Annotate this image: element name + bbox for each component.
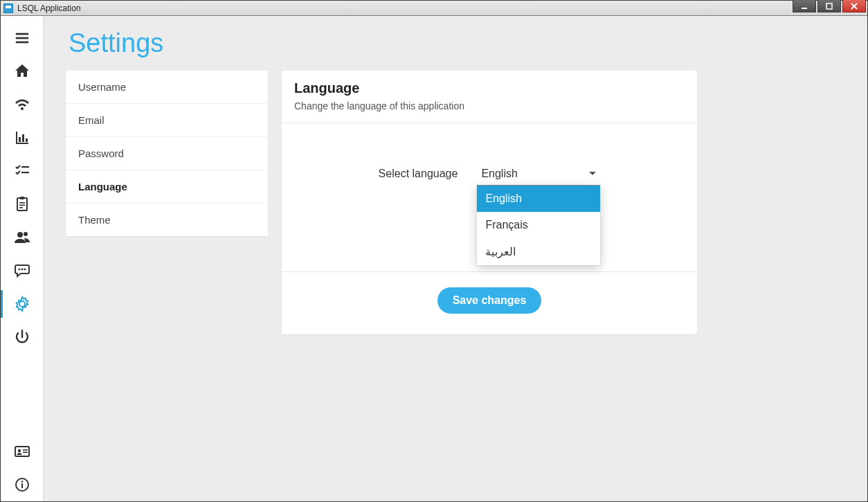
language-form-row: Select language English English Français… [294, 123, 685, 213]
svg-point-29 [21, 481, 23, 483]
users-icon [14, 229, 30, 246]
app-body: Settings Username Email Password Languag… [1, 16, 867, 501]
svg-rect-25 [23, 449, 28, 451]
settings-nav-theme[interactable]: Theme [66, 204, 268, 236]
svg-point-22 [24, 269, 26, 271]
svg-rect-4 [15, 42, 28, 44]
info-icon [14, 476, 30, 493]
app-icon [3, 3, 13, 13]
sidebar [1, 16, 44, 501]
clipboard-icon [14, 196, 30, 213]
settings-nav: Username Email Password Language Theme [66, 71, 268, 236]
svg-rect-3 [15, 37, 28, 39]
svg-rect-13 [17, 198, 27, 210]
wifi-icon [14, 96, 30, 113]
svg-rect-28 [21, 483, 23, 488]
save-button[interactable]: Save changes [437, 287, 542, 314]
gear-icon [14, 296, 30, 312]
sidebar-item-home[interactable] [1, 55, 44, 88]
svg-rect-6 [16, 132, 17, 144]
sidebar-item-wifi[interactable] [1, 88, 44, 121]
sidebar-item-clipboard[interactable] [1, 188, 44, 221]
svg-rect-0 [802, 8, 807, 9]
chevron-down-icon [589, 172, 596, 175]
sidebar-item-users[interactable] [1, 221, 44, 254]
sidebar-item-tasks[interactable] [1, 154, 44, 188]
sidebar-item-info[interactable] [1, 468, 44, 501]
language-dropdown: English Français العربية [477, 186, 600, 265]
id-card-icon [14, 443, 30, 460]
sidebar-item-idcard[interactable] [1, 435, 44, 468]
language-panel: Language Change the language of this app… [282, 71, 697, 334]
svg-rect-12 [21, 172, 29, 173]
window-controls [793, 0, 866, 12]
svg-point-19 [24, 232, 28, 236]
svg-rect-11 [21, 166, 29, 168]
select-language-label: Select language [379, 168, 458, 180]
minimize-icon [801, 3, 808, 10]
chat-icon [14, 262, 30, 279]
svg-rect-16 [19, 205, 25, 206]
settings-nav-language[interactable]: Language [66, 170, 268, 204]
menu-icon [15, 30, 30, 46]
close-button[interactable] [842, 0, 866, 12]
language-select[interactable]: English English Français العربية [477, 162, 600, 186]
svg-rect-7 [16, 143, 28, 144]
svg-rect-2 [15, 33, 28, 35]
sidebar-item-power[interactable] [1, 321, 44, 354]
svg-point-18 [17, 232, 23, 237]
checklist-icon [14, 163, 30, 179]
main-content: Settings Username Email Password Languag… [44, 16, 867, 501]
maximize-button[interactable] [817, 0, 841, 12]
settings-columns: Username Email Password Language Theme L… [66, 71, 848, 334]
window-title: LSQL Application [17, 3, 81, 13]
close-icon [851, 3, 858, 10]
sidebar-item-charts[interactable] [1, 121, 44, 154]
sidebar-item-chat[interactable] [1, 254, 44, 287]
panel-heading: Language [294, 80, 685, 96]
power-icon [14, 329, 30, 346]
panel-subtitle: Change the language of this application [294, 100, 685, 123]
svg-point-24 [17, 449, 20, 452]
sidebar-item-settings[interactable] [1, 287, 44, 321]
svg-rect-17 [19, 207, 23, 208]
language-option-arabic[interactable]: العربية [477, 238, 600, 265]
svg-rect-14 [20, 197, 24, 199]
language-option-francais[interactable]: Français [477, 212, 600, 238]
svg-rect-15 [19, 202, 25, 204]
settings-nav-password[interactable]: Password [66, 137, 268, 170]
settings-nav-email[interactable]: Email [66, 104, 268, 137]
language-select-display[interactable]: English [477, 162, 600, 186]
svg-point-5 [21, 107, 24, 110]
home-icon [14, 63, 30, 80]
app-window: LSQL Application [0, 0, 868, 502]
save-row: Save changes [294, 272, 685, 314]
svg-rect-26 [23, 452, 28, 454]
bar-chart-icon [14, 129, 30, 146]
svg-rect-8 [19, 137, 21, 142]
svg-rect-9 [22, 134, 24, 142]
svg-rect-1 [826, 3, 832, 9]
titlebar[interactable]: LSQL Application [1, 1, 867, 16]
sidebar-item-menu[interactable] [1, 21, 44, 55]
svg-point-21 [21, 269, 23, 271]
language-select-value: English [481, 168, 517, 180]
svg-point-20 [18, 269, 20, 271]
svg-rect-10 [26, 138, 28, 142]
page-title: Settings [69, 28, 848, 58]
settings-nav-username[interactable]: Username [66, 71, 268, 104]
maximize-icon [826, 3, 833, 10]
minimize-button[interactable] [793, 0, 816, 12]
language-option-english[interactable]: English [477, 186, 600, 212]
